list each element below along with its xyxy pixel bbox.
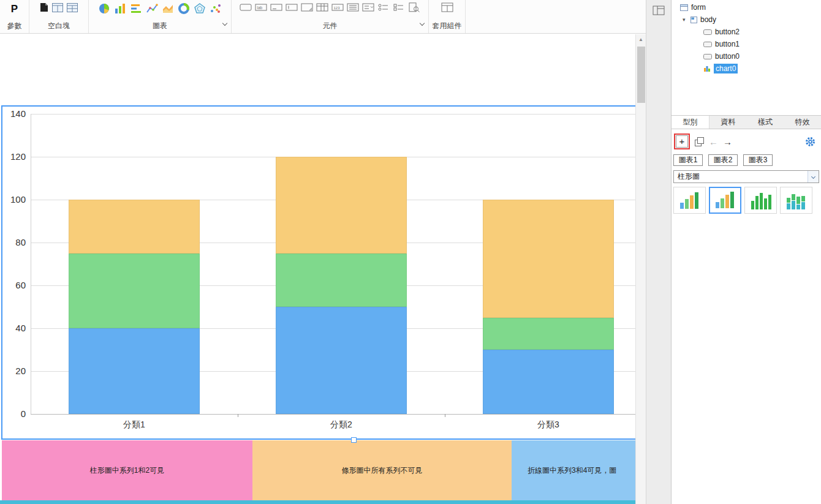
toolbar-group-parameters[interactable]: P 參數 xyxy=(0,0,29,33)
toolbar-group-charts[interactable]: 圖表 xyxy=(89,0,232,33)
move-right-icon[interactable]: → xyxy=(723,137,732,146)
toolbar-group-label: 空白塊 xyxy=(48,22,70,30)
label-widget-icon[interactable]: lab xyxy=(255,2,267,12)
tree-item-button2[interactable]: button2 xyxy=(672,26,821,38)
tree-item-body[interactable]: ▾ body xyxy=(672,13,821,26)
chart-icon xyxy=(703,65,711,72)
action-button-column-series[interactable]: 柱形圖中系列1和2可見 xyxy=(2,440,252,501)
apply-component-icon[interactable] xyxy=(441,2,453,12)
toolbar-group-blank-blocks[interactable]: 空白塊 xyxy=(29,0,89,33)
form-icon xyxy=(680,4,688,11)
tab-type[interactable]: 型別 xyxy=(672,116,709,129)
copy-icon[interactable] xyxy=(695,137,704,146)
tree-item-button1[interactable]: button1 xyxy=(672,38,821,50)
tree-item-chart0[interactable]: chart0 xyxy=(672,62,821,75)
gear-icon[interactable] xyxy=(805,137,815,147)
checkbox-group-widget-icon[interactable] xyxy=(393,2,405,12)
tree-item-form[interactable]: form xyxy=(672,1,821,13)
move-left-icon[interactable]: ← xyxy=(709,137,718,146)
layout-columns-icon[interactable] xyxy=(653,6,665,15)
toolbar-group-widgets[interactable]: lab 123 元件 xyxy=(232,0,429,33)
list-widget-icon[interactable] xyxy=(347,2,359,12)
design-canvas[interactable]: 020406080100120140分類1分類2分類3 柱形圖中系列1和2可見 … xyxy=(0,34,635,504)
donut-chart-icon[interactable] xyxy=(178,2,190,15)
bar-segment xyxy=(483,200,614,318)
tree-item-label: form xyxy=(691,3,706,12)
tab-data[interactable]: 資料 xyxy=(709,116,747,129)
chart-tab-2[interactable]: 圖表2 xyxy=(708,154,738,166)
hbar-chart-icon[interactable] xyxy=(130,2,142,15)
toolbar-group-label: 圖表 xyxy=(153,22,167,30)
svg-text:lab: lab xyxy=(257,6,263,10)
button-widget-icon[interactable] xyxy=(240,2,252,12)
button-icon xyxy=(703,54,712,59)
bar-segment xyxy=(276,254,407,307)
chevron-down-icon[interactable] xyxy=(420,17,424,28)
x-axis-tick xyxy=(445,414,445,417)
toolbar-group-apply-components[interactable]: 套用組件 xyxy=(429,0,466,33)
pie-chart-icon[interactable] xyxy=(98,2,110,15)
textarea-widget-icon[interactable] xyxy=(301,2,313,12)
y-axis-tick-label: 80 xyxy=(2,237,26,247)
chart-type-value: 柱形圖 xyxy=(678,171,700,182)
tree-item-button0[interactable]: button0 xyxy=(672,50,821,62)
collapse-arrow-icon[interactable]: ▾ xyxy=(683,17,687,23)
radio-group-widget-icon[interactable] xyxy=(377,2,390,12)
radar-chart-icon[interactable] xyxy=(194,2,206,15)
inspector-tabs: 型別 資料 樣式 特效 xyxy=(672,115,821,129)
bar-segment xyxy=(69,254,200,329)
number-field-widget-icon[interactable]: 123 xyxy=(331,2,344,12)
y-axis-line xyxy=(31,114,31,414)
tree-item-label: button1 xyxy=(715,40,740,48)
parameter-icon[interactable]: P xyxy=(11,2,18,16)
scrollbar-thumb[interactable] xyxy=(637,47,645,103)
y-axis-tick-label: 40 xyxy=(2,323,26,333)
chevron-down-icon[interactable] xyxy=(223,17,227,28)
category-label: 分類1 xyxy=(31,419,238,431)
panel-gutter xyxy=(646,0,671,504)
button-icon xyxy=(703,29,712,35)
chart-style-thumb-green-bars[interactable] xyxy=(744,187,777,214)
window-grid-icon[interactable] xyxy=(67,3,78,12)
body-icon xyxy=(690,17,697,23)
resize-handle[interactable] xyxy=(351,437,357,443)
chart-tab-3[interactable]: 圖表3 xyxy=(743,154,773,166)
search-document-icon[interactable] xyxy=(408,2,420,12)
category-label: 分類2 xyxy=(238,419,445,431)
window-split-icon[interactable] xyxy=(52,3,63,12)
toolbar-group-label: 參數 xyxy=(7,22,22,30)
chart-style-thumb-stacked[interactable] xyxy=(780,187,812,214)
canvas-scrollbar[interactable]: ▲ xyxy=(635,34,646,504)
x-axis-line xyxy=(31,414,635,415)
x-axis-tick xyxy=(238,414,238,417)
select-chevron-icon[interactable] xyxy=(808,171,819,182)
textfield-widget-icon[interactable] xyxy=(270,2,282,12)
action-button-bar-series[interactable]: 條形圖中所有系列不可見 xyxy=(252,440,512,501)
area-chart-icon[interactable] xyxy=(162,2,174,15)
add-chart-button[interactable]: + xyxy=(676,135,688,148)
black-page-icon[interactable] xyxy=(40,2,48,12)
bar-segment xyxy=(69,328,200,414)
dropdown-list-widget-icon[interactable] xyxy=(362,2,374,12)
tab-style[interactable]: 樣式 xyxy=(747,116,784,129)
column-chart-icon[interactable] xyxy=(114,2,126,15)
highlight-box: + xyxy=(674,134,690,149)
y-axis-tick-label: 120 xyxy=(2,151,26,162)
scroll-up-arrow-icon[interactable]: ▲ xyxy=(636,34,646,44)
chart0-widget[interactable]: 020406080100120140分類1分類2分類3 xyxy=(1,105,635,440)
input-cursor-widget-icon[interactable] xyxy=(286,2,298,12)
tree-item-label: body xyxy=(700,15,716,24)
chart-tab-1[interactable]: 圖表1 xyxy=(673,154,703,166)
tree-item-label: button0 xyxy=(715,52,740,61)
chart-style-thumb-grouped[interactable] xyxy=(673,187,706,214)
tab-effects[interactable]: 特效 xyxy=(784,116,821,129)
chart-type-select[interactable]: 柱形圖 xyxy=(673,170,819,183)
inspector-panel: form ▾ body button2 button1 button0 c xyxy=(671,0,821,504)
line-chart-icon[interactable] xyxy=(146,2,158,15)
scatter-chart-icon[interactable] xyxy=(210,2,222,15)
chart-style-thumb-grouped-selected[interactable] xyxy=(709,187,741,214)
table-widget-icon[interactable] xyxy=(316,2,328,12)
chart-style-thumbnails xyxy=(672,183,821,217)
bar-segment xyxy=(483,350,614,414)
action-button-line-series[interactable]: 折線圖中系列3和4可見，圖 xyxy=(512,440,635,501)
